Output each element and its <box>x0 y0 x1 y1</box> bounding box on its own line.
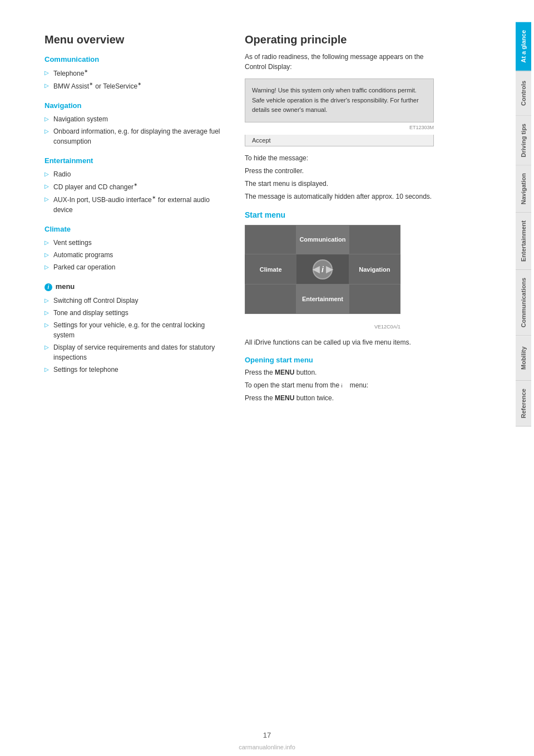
list-item: BMW Assist✶ or TeleService✶ <box>44 80 222 92</box>
i-icon: i <box>44 283 52 291</box>
list-item: Display of service requirements and date… <box>44 341 222 364</box>
warning-text: Warning! Use this system only when traff… <box>252 86 427 115</box>
list-item: Settings for your vehicle, e.g. for the … <box>44 319 222 341</box>
sidebar-tab-driving-tips[interactable]: Driving tips <box>516 116 531 166</box>
list-item: Telephone✶ <box>44 67 222 80</box>
opening-line3: Press the MENU button twice. <box>245 393 434 404</box>
list-item: Automatic programs <box>44 249 222 261</box>
entertainment-heading: Entertainment <box>44 156 222 165</box>
list-item: Onboard information, e.g. for displaying… <box>44 125 222 148</box>
watermark: carmanualonline.info <box>239 744 295 750</box>
instruction-4: The message is automatically hidden afte… <box>245 192 434 202</box>
accept-text: Accept <box>252 137 271 144</box>
start-menu-heading: Start menu <box>245 210 434 219</box>
sidebar-tab-mobility[interactable]: Mobility <box>516 336 531 381</box>
navigation-heading: Navigation <box>44 101 222 110</box>
sidebar-tab-navigation[interactable]: Navigation <box>516 165 531 213</box>
sidebar-tab-entertainment[interactable]: Entertainment <box>516 213 531 270</box>
entertainment-section: Entertainment Radio CD player and CD cha… <box>44 156 222 216</box>
page-container: Menu overview Communication Telephone✶ B… <box>0 0 534 756</box>
center-i-icon: i <box>322 265 324 274</box>
left-column: Menu overview Communication Telephone✶ B… <box>44 33 222 734</box>
instruction-3: The start menu is displayed. <box>245 179 434 189</box>
list-item: Switching off Control Display <box>44 294 222 307</box>
start-menu-diagram-container: Communication Climate ◀ i ▶ <box>245 225 400 321</box>
center-circle: ◀ i ▶ <box>313 259 333 279</box>
diagram-entertainment: Entertainment <box>296 284 348 313</box>
main-content: Menu overview Communication Telephone✶ B… <box>0 0 513 756</box>
accept-row: Accept <box>245 135 434 146</box>
sidebar-tab-communications[interactable]: Communications <box>516 270 531 336</box>
instruction-2: Press the controller. <box>245 166 434 176</box>
instruction-1: To hide the message: <box>245 153 434 164</box>
operating-title: Operating principle <box>245 33 434 46</box>
diagram-center: ◀ i ▶ <box>296 254 348 284</box>
opening-line2: To open the start menu from the i menu: <box>245 380 434 391</box>
list-item: Vent settings <box>44 237 222 249</box>
diagram-communication: Communication <box>296 225 348 254</box>
sidebar-tab-at-a-glance[interactable]: At a glance <box>516 22 531 71</box>
sidebar-tabs: At a glance Controls Driving tips Naviga… <box>516 0 531 756</box>
list-item: Navigation system <box>44 113 222 125</box>
arrow-right-icon: ▶ <box>326 264 333 274</box>
right-column: Operating principle As of radio readines… <box>245 33 434 734</box>
arrow-left-icon: ◀ <box>313 264 319 274</box>
list-item: AUX-In port, USB-audio interface✶ for ex… <box>44 193 222 216</box>
opening-line1: Press the MENU button. <box>245 367 434 378</box>
communication-section: Communication Telephone✶ BMW Assist✶ or … <box>44 55 222 92</box>
climate-list: Vent settings Automatic programs Parked … <box>44 237 222 273</box>
list-item: Tone and display settings <box>44 307 222 319</box>
sidebar-tab-reference[interactable]: Reference <box>516 381 531 426</box>
diagram-grid: Communication Climate ◀ i ▶ <box>245 225 400 314</box>
list-item: Settings for telephone <box>44 364 222 376</box>
list-item: Radio <box>44 168 222 180</box>
warning-box: Warning! Use this system only when traff… <box>245 78 434 122</box>
communication-list: Telephone✶ BMW Assist✶ or TeleService✶ <box>44 67 222 92</box>
diagram-arrows: ◀ i ▶ <box>313 264 333 274</box>
list-item: CD player and CD changer✶ <box>44 180 222 193</box>
climate-heading: Climate <box>44 225 222 233</box>
communication-heading: Communication <box>44 55 222 63</box>
navigation-list: Navigation system Onboard information, e… <box>44 113 222 148</box>
start-menu-diagram: Communication Climate ◀ i ▶ <box>245 225 400 314</box>
warning-label: ET12303M <box>245 125 434 130</box>
diagram-label: VE12C0A/1 <box>374 324 400 330</box>
imenu-list: Switching off Control Display Tone and d… <box>44 294 222 376</box>
climate-section: Climate Vent settings Automatic programs… <box>44 225 222 273</box>
diagram-climate: Climate <box>245 254 296 284</box>
intro-text: As of radio readiness, the following mes… <box>245 52 434 72</box>
diagram-navigation: Navigation <box>349 254 400 284</box>
page-number: 17 <box>263 731 271 739</box>
sidebar: At a glance Controls Driving tips Naviga… <box>513 0 534 756</box>
diagram-description: All iDrive functions can be called up vi… <box>245 337 434 348</box>
opening-i-icon: i <box>341 382 348 389</box>
page-title: Menu overview <box>44 33 222 46</box>
opening-start-heading: Opening start menu <box>245 356 434 364</box>
list-item: Parked car operation <box>44 261 222 273</box>
sidebar-tab-controls[interactable]: Controls <box>516 71 531 116</box>
imenu-heading: i menu <box>44 282 222 291</box>
navigation-section: Navigation Navigation system Onboard inf… <box>44 101 222 148</box>
imenu-section: i menu Switching off Control Display Ton… <box>44 282 222 376</box>
entertainment-list: Radio CD player and CD changer✶ AUX-In p… <box>44 168 222 216</box>
